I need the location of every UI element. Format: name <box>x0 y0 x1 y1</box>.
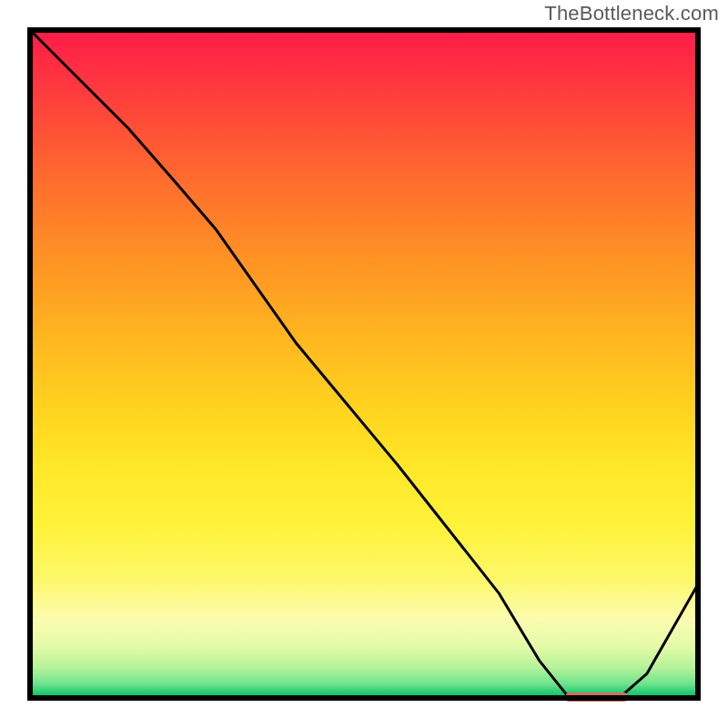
bottleneck-curve <box>27 27 701 701</box>
optimal-range-marker <box>566 693 627 702</box>
plot-area <box>27 27 701 701</box>
watermark-text: TheBottleneck.com <box>544 2 719 25</box>
chart-container: TheBottleneck.com <box>0 0 728 728</box>
curve-path <box>27 27 701 697</box>
